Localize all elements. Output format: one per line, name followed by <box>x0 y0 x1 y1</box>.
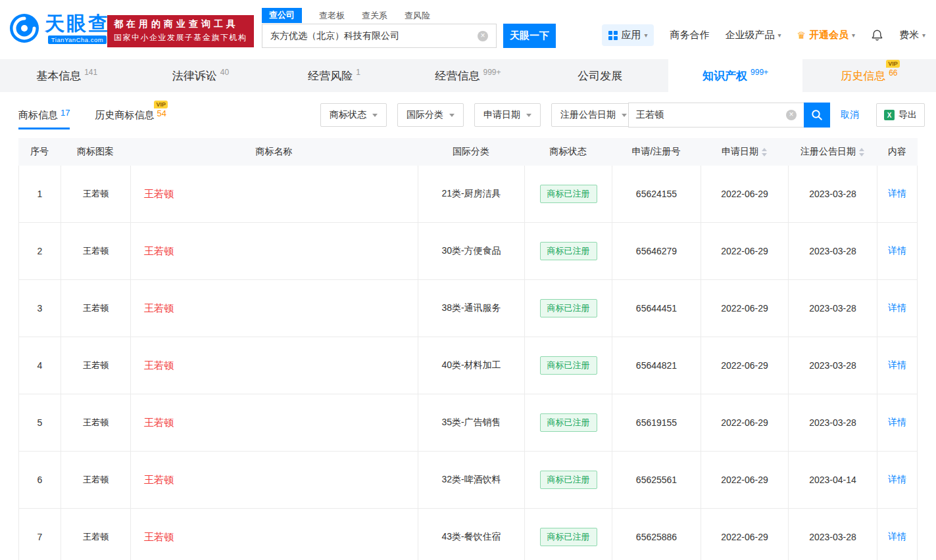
slogan-line2: 国家中小企业发展子基金旗下机构 <box>114 32 247 43</box>
filter-label: 申请日期 <box>483 109 520 121</box>
subtab-trademark-info[interactable]: 商标信息 17 <box>18 92 70 138</box>
tab-history-info[interactable]: 历史信息 VIP 66 <box>802 59 936 92</box>
registration-number-cell: 65625886 <box>612 509 701 560</box>
detail-link[interactable]: 详情 <box>888 531 906 543</box>
tab-count: 66 <box>889 68 897 78</box>
tab-operation-risk[interactable]: 经营风险 1 <box>268 59 401 92</box>
nav-user[interactable]: 费米 ▾ <box>899 29 925 41</box>
intl-class-cell: 38类-通讯服务 <box>418 280 524 337</box>
trademark-search-input[interactable]: 王若顿 × <box>628 103 804 128</box>
detail-link[interactable]: 详情 <box>888 474 906 486</box>
subtab-label: 商标信息 <box>18 109 58 122</box>
nav-cooperation[interactable]: 商务合作 <box>670 29 709 41</box>
filter-trademark-status[interactable]: 商标状态 <box>320 103 387 127</box>
nav-apps-label: 应用 <box>621 29 641 41</box>
tab-basic-info[interactable]: 基本信息 141 <box>0 59 134 92</box>
status-badge: 商标已注册 <box>540 471 597 489</box>
status-cell: 商标已注册 <box>524 166 612 222</box>
nav-apps[interactable]: 应用 ▾ <box>602 24 654 46</box>
chevron-down-icon: ▾ <box>644 32 647 39</box>
search-tab-company[interactable]: 查公司 <box>262 8 302 23</box>
logo-subtitle: TianYanCha.com <box>48 35 107 44</box>
intl-class-cell: 21类-厨房洁具 <box>418 166 524 222</box>
filter-announce-date[interactable]: 注册公告日期 <box>551 103 636 127</box>
notification-bell[interactable] <box>871 29 883 41</box>
registration-number-cell: 65644821 <box>612 337 701 394</box>
clear-icon[interactable]: × <box>478 31 488 41</box>
trademark-name-highlight: 王若顿 <box>144 531 174 544</box>
trademark-name-cell: 王若顿 <box>130 166 418 222</box>
logo[interactable]: 天眼查 TianYanCha.com <box>9 13 110 44</box>
tab-label: 法律诉讼 <box>172 68 217 83</box>
tab-company-development[interactable]: 公司发展 <box>535 59 668 92</box>
detail-link[interactable]: 详情 <box>888 302 906 314</box>
chevron-down-icon <box>526 114 531 117</box>
trademark-name-highlight: 王若顿 <box>144 417 174 429</box>
search-tab-relation[interactable]: 查关系 <box>362 10 387 23</box>
content-cell: 详情 <box>877 337 918 394</box>
trademark-search-button[interactable] <box>804 103 830 128</box>
company-search-input[interactable]: 东方优选（北京）科技有限公司 × <box>262 24 497 48</box>
search-tab-risk[interactable]: 查风险 <box>405 10 430 23</box>
announce-date-cell: 2023-03-28 <box>788 509 877 560</box>
header-trademark-name: 商标名称 <box>130 138 418 166</box>
subtab-history-trademark-info[interactable]: 历史商标信息 VIP 54 <box>95 92 166 138</box>
filter-apply-date[interactable]: 申请日期 <box>474 103 541 127</box>
search-button[interactable]: 天眼一下 <box>503 24 556 48</box>
detail-link[interactable]: 详情 <box>888 360 906 371</box>
slogan-banner: 都在用的商业查询工具 国家中小企业发展子基金旗下机构 <box>107 15 254 47</box>
detail-link[interactable]: 详情 <box>888 417 906 429</box>
export-button[interactable]: X 导出 <box>876 103 925 127</box>
content-cell: 详情 <box>877 280 918 337</box>
nav-enterprise-label: 企业级产品 <box>725 29 774 41</box>
nav-user-label: 费米 <box>899 29 919 41</box>
status-badge: 商标已注册 <box>540 413 597 432</box>
tab-count: 40 <box>220 68 229 77</box>
slogan-line1: 都在用的商业查询工具 <box>114 18 247 30</box>
detail-link[interactable]: 详情 <box>888 188 906 200</box>
cancel-button[interactable]: 取消 <box>841 109 859 121</box>
row-index: 1 <box>18 166 61 222</box>
nav-open-vip[interactable]: ♛ 开通会员 ▾ <box>797 29 854 41</box>
header-apply-date[interactable]: 申请日期 <box>701 138 788 166</box>
chevron-down-icon: ▾ <box>852 32 855 39</box>
trademark-name-cell: 王若顿 <box>130 337 418 394</box>
clear-icon[interactable]: × <box>786 110 797 120</box>
search-tab-boss[interactable]: 查老板 <box>319 10 345 23</box>
bell-icon <box>871 29 883 41</box>
vip-badge: VIP <box>154 101 168 108</box>
content-cell: 详情 <box>877 223 918 279</box>
status-cell: 商标已注册 <box>524 509 612 560</box>
table-row: 3 王若顿 王若顿 38类-通讯服务 商标已注册 65644451 2022-0… <box>18 280 918 337</box>
trademark-name-highlight: 王若顿 <box>144 360 174 372</box>
tab-operation-info[interactable]: 经营信息 999+ <box>401 59 535 92</box>
header-announce-date[interactable]: 注册公告日期 <box>788 138 877 166</box>
tab-label: 基本信息 <box>36 68 81 83</box>
subtab-label: 历史商标信息 <box>95 109 154 122</box>
sort-icon[interactable] <box>762 148 767 156</box>
trademark-name-highlight: 王若顿 <box>144 245 174 258</box>
trademark-image-text: 王若顿 <box>83 417 109 429</box>
trademark-name-cell: 王若顿 <box>130 452 418 508</box>
table-row: 4 王若顿 王若顿 40类-材料加工 商标已注册 65644821 2022-0… <box>18 337 918 394</box>
apply-date-cell: 2022-06-29 <box>701 223 788 279</box>
detail-link[interactable]: 详情 <box>888 245 906 257</box>
chevron-down-icon <box>449 114 455 117</box>
filter-group: 商标状态 国际分类 申请日期 注册公告日期 <box>320 103 636 127</box>
header-trademark-status: 商标状态 <box>524 138 612 166</box>
tab-intellectual-property[interactable]: 知识产权 999+ <box>668 59 802 92</box>
header-intl-class: 国际分类 <box>418 138 524 166</box>
status-cell: 商标已注册 <box>524 337 612 394</box>
row-index: 6 <box>18 452 61 508</box>
trademark-name-cell: 王若顿 <box>130 280 418 337</box>
filter-intl-class[interactable]: 国际分类 <box>397 103 464 127</box>
announce-date-cell: 2023-03-28 <box>788 394 877 451</box>
sort-icon[interactable] <box>859 148 864 156</box>
nav-enterprise[interactable]: 企业级产品 ▾ <box>725 29 781 41</box>
intl-class-cell: 32类-啤酒饮料 <box>418 452 524 508</box>
apply-date-cell: 2022-06-29 <box>701 280 788 337</box>
tab-legal-litigation[interactable]: 法律诉讼 40 <box>134 59 267 92</box>
tab-count: 1 <box>356 68 360 77</box>
apply-date-cell: 2022-06-29 <box>701 452 788 508</box>
status-cell: 商标已注册 <box>524 280 612 337</box>
